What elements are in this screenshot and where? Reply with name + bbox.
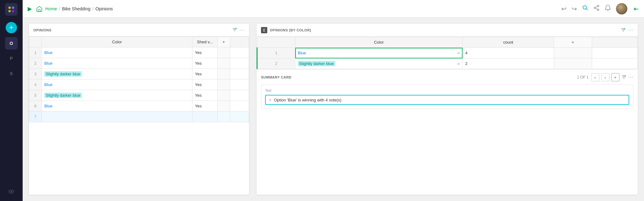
table-row: 1 Blue ≡ 4 bbox=[257, 48, 638, 58]
cell-color-r-1[interactable]: Blue ≡ bbox=[295, 48, 463, 58]
by-color-table: Color count + 1 Blue ≡ bbox=[257, 37, 638, 69]
opinions-more-icon[interactable]: ··· bbox=[240, 27, 245, 33]
logo-grid bbox=[8, 7, 14, 12]
col-header-rownum bbox=[29, 37, 42, 47]
col-header-color: Color bbox=[42, 37, 192, 47]
row-num-5: 5 bbox=[29, 90, 42, 101]
cell-add-r-1 bbox=[554, 48, 592, 58]
summary-filter-icon[interactable] bbox=[621, 74, 626, 80]
forward-icon[interactable]: ▶ bbox=[28, 5, 32, 12]
table-row: 5 Slightly darker blue Yes bbox=[29, 90, 249, 101]
svg-line-4 bbox=[586, 9, 588, 10]
summary-section: SUMMARY Card 1 OF 1 ‹ › + bbox=[257, 69, 638, 113]
summary-more-icon[interactable]: ··· bbox=[628, 74, 633, 80]
cell-add-4 bbox=[218, 79, 230, 90]
summary-next-button[interactable]: › bbox=[601, 73, 609, 81]
row-menu-icon-1[interactable]: ≡ bbox=[457, 51, 460, 56]
cell-shed-2[interactable]: Yes bbox=[192, 58, 218, 69]
col-header-add-r[interactable]: + bbox=[554, 37, 592, 48]
logo-dot-1 bbox=[8, 7, 11, 9]
row-num-r-1: 1 bbox=[257, 48, 295, 58]
sidebar-item-o[interactable]: O bbox=[5, 37, 18, 50]
search-icon[interactable] bbox=[582, 5, 588, 13]
table-row: 2 Blue Yes bbox=[29, 58, 249, 69]
avatar-image bbox=[616, 3, 627, 14]
col-header-shed: Shed v... bbox=[192, 37, 218, 47]
cell-color-2[interactable]: Blue bbox=[42, 58, 192, 69]
cell-color-r-2[interactable]: Slightly darker blue ≡ bbox=[295, 58, 463, 69]
cell-shed-3[interactable]: Yes bbox=[192, 69, 218, 79]
cell-empty-1 bbox=[230, 47, 249, 58]
cell-color-1[interactable]: Blue bbox=[42, 47, 192, 58]
row-num-4: 4 bbox=[29, 79, 42, 90]
opinions-by-color-panel: Σ OPINIONS [by Color] ··· bbox=[257, 24, 638, 195]
table-row: 2 Slightly darker blue ≡ 2 bbox=[257, 58, 638, 69]
app-logo bbox=[5, 3, 18, 16]
summary-header: SUMMARY Card 1 OF 1 ‹ › + bbox=[261, 73, 633, 81]
cell-color-3[interactable]: Slightly darker blue bbox=[42, 69, 192, 79]
col-header-add[interactable]: + bbox=[218, 37, 230, 47]
cell-color-7[interactable] bbox=[42, 111, 192, 122]
row-num-r-2: 2 bbox=[257, 58, 295, 69]
cell-color-6[interactable]: Blue bbox=[42, 101, 192, 111]
cell-color-5[interactable]: Slightly darker blue bbox=[42, 90, 192, 101]
row-num-2: 2 bbox=[29, 58, 42, 69]
by-color-filter-icon[interactable] bbox=[621, 27, 626, 33]
cell-empty-7 bbox=[230, 111, 249, 122]
cell-add-7 bbox=[218, 111, 230, 122]
col-header-color-r: Color bbox=[295, 37, 463, 48]
cell-add-6 bbox=[218, 101, 230, 111]
summary-text-field[interactable]: ≡ Option 'Blue' is winning with 4 vote(s… bbox=[265, 95, 629, 105]
summary-add-button[interactable]: + bbox=[611, 73, 619, 81]
row-num-3: 3 bbox=[29, 69, 42, 79]
avatar[interactable] bbox=[616, 3, 627, 14]
cell-count-r-2[interactable]: 2 bbox=[463, 58, 554, 69]
cell-shed-7[interactable] bbox=[192, 111, 218, 122]
cell-empty-4 bbox=[230, 79, 249, 90]
cell-count-r-1[interactable]: 4 bbox=[463, 48, 554, 58]
sidebar-item-p[interactable]: P bbox=[5, 52, 18, 65]
breadcrumb-home[interactable]: Home bbox=[45, 6, 57, 11]
col-header-count-r: count bbox=[463, 37, 554, 48]
breadcrumb-sep-2: / bbox=[92, 6, 94, 11]
by-color-more-icon[interactable]: ··· bbox=[628, 27, 633, 33]
summary-pagination: 1 OF 1 bbox=[577, 75, 589, 79]
summary-prev-button[interactable]: ‹ bbox=[591, 73, 599, 81]
cell-add-2 bbox=[218, 58, 230, 69]
opinions-panel-header: OPINIONS ··· bbox=[29, 24, 249, 36]
sidebar-item-s[interactable]: S bbox=[5, 67, 18, 80]
table-row: 1 Blue Yes bbox=[29, 47, 249, 58]
logo-dot-3 bbox=[8, 10, 11, 12]
sidebar: + O P S bbox=[0, 0, 23, 201]
opinions-filter-icon[interactable] bbox=[232, 27, 237, 33]
summary-text-icon: ≡ bbox=[269, 97, 271, 102]
svg-point-7 bbox=[594, 7, 596, 9]
table-row: 4 Blue Yes bbox=[29, 79, 249, 90]
svg-point-6 bbox=[597, 9, 599, 11]
cell-shed-5[interactable]: Yes bbox=[192, 90, 218, 101]
cell-shed-6[interactable]: Yes bbox=[192, 101, 218, 111]
add-button[interactable]: + bbox=[6, 22, 17, 33]
opinions-table-container: Color Shed v... + 1 Blue Yes bbox=[29, 36, 249, 195]
row-menu-icon-2[interactable]: ≡ bbox=[457, 61, 460, 66]
opinions-panel: OPINIONS ··· Color bbox=[29, 24, 249, 195]
cell-empty-3 bbox=[230, 69, 249, 79]
logo-dot-2 bbox=[12, 7, 14, 9]
cell-shed-4[interactable]: Yes bbox=[192, 79, 218, 90]
redo-icon[interactable]: ↪ bbox=[572, 5, 577, 13]
cell-empty-5 bbox=[230, 90, 249, 101]
breadcrumb-bike-shedding[interactable]: Bike Shedding bbox=[62, 6, 90, 11]
share-icon[interactable] bbox=[593, 5, 600, 13]
collapse-icon[interactable]: ⇤ bbox=[634, 5, 639, 13]
undo-icon[interactable]: ↩ bbox=[561, 5, 567, 13]
cell-add-r-2 bbox=[554, 58, 592, 69]
summary-actions: ‹ › + ··· bbox=[591, 73, 633, 81]
cell-color-4[interactable]: Blue bbox=[42, 79, 192, 90]
summary-card: Text ≡ Option 'Blue' is winning with 4 v… bbox=[261, 84, 633, 109]
home-icon bbox=[36, 5, 43, 12]
eye-icon[interactable] bbox=[5, 185, 18, 198]
svg-line-8 bbox=[596, 6, 597, 8]
bell-icon[interactable] bbox=[605, 4, 611, 13]
opinions-by-color-header: Σ OPINIONS [by Color] ··· bbox=[257, 24, 638, 37]
cell-shed-1[interactable]: Yes bbox=[192, 47, 218, 58]
